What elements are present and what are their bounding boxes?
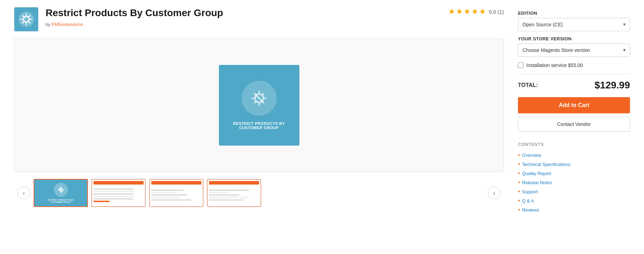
next-arrow[interactable]: › [488, 187, 500, 199]
main-image-inner: Restrict Products By Customer Group [219, 65, 299, 146]
list-item-reviews: Reviews [518, 205, 630, 214]
star-2: ★ [456, 7, 463, 16]
edition-label: Edition [518, 11, 630, 16]
main-gear-circle [242, 81, 277, 116]
star-4: ★ [471, 7, 478, 16]
star-5: ★ [479, 7, 486, 16]
star-3: ★ [464, 7, 471, 16]
product-header: Restrict Products By Customer Group by F… [14, 7, 504, 32]
product-title: Restrict Products By Customer Group [46, 7, 441, 19]
edition-select-wrapper: Open Source (CE) Commerce (EE) ▼ [518, 18, 630, 31]
divider [518, 74, 630, 74]
product-icon [14, 7, 39, 32]
installation-row: Installation service $55.00 [518, 62, 630, 68]
installation-checkbox[interactable] [518, 62, 524, 68]
list-item-support: Support [518, 187, 630, 196]
list-item-qa: Q & A [518, 196, 630, 205]
product-author: by FMEextensions [46, 22, 441, 27]
product-right: Edition Open Source (CE) Commerce (EE) ▼… [518, 7, 630, 214]
qa-link[interactable]: Q & A [522, 198, 534, 203]
add-to-cart-button[interactable]: Add to Cart [518, 97, 630, 113]
author-link[interactable]: FMEextensions [51, 22, 83, 27]
stars: ★ ★ ★ ★ ★ [448, 7, 486, 16]
overview-link[interactable]: Overview [522, 153, 541, 158]
list-item-release-notes: Release Notes [518, 178, 630, 187]
svg-line-3 [256, 95, 263, 102]
store-version-select[interactable]: Choose Magento Store version [518, 44, 630, 57]
list-item-quality-report: Quality Report [518, 169, 630, 178]
product-left: Restrict Products By Customer Group by F… [14, 7, 504, 214]
contents-title: CONTENTS [518, 142, 630, 147]
product-icon-svg [18, 11, 35, 28]
contact-vendor-button[interactable]: Contact Vendor [518, 117, 630, 132]
thumbnail-4[interactable] [207, 179, 261, 207]
thumbnail-3[interactable] [149, 179, 203, 207]
support-link[interactable]: Support [522, 189, 538, 194]
store-version-label: Your store version [518, 36, 630, 41]
total-price: $129.99 [595, 80, 630, 91]
main-image-container: Restrict Products By Customer Group [14, 39, 504, 172]
quality-report-link[interactable]: Quality Report [522, 171, 551, 176]
star-1: ★ [448, 7, 455, 16]
contents-section: CONTENTS Overview Technical Specificatio… [518, 142, 630, 214]
main-image-label: Restrict Products By Customer Group [226, 121, 292, 130]
thumbnail-nav: ‹ RESTRICT PRODUCTS BYCUSTOMER GROUP [14, 179, 504, 207]
reviews-link[interactable]: Reviews [522, 207, 539, 213]
release-notes-link[interactable]: Release Notes [522, 180, 552, 185]
tech-specs-link[interactable]: Technical Specifications [522, 162, 570, 167]
page-wrapper: Restrict Products By Customer Group by F… [0, 0, 644, 221]
rating-score: 5.0 (1) [489, 9, 504, 15]
thumbnail-2[interactable] [91, 179, 146, 207]
list-item-overview: Overview [518, 151, 630, 160]
total-row: TOTAL: $129.99 [518, 80, 630, 91]
rating-area: ★ ★ ★ ★ ★ 5.0 (1) [448, 7, 504, 16]
main-gear-icon [249, 88, 270, 109]
store-version-select-wrapper: Choose Magento Store version ▼ [518, 44, 630, 57]
thumbnail-1[interactable]: RESTRICT PRODUCTS BYCUSTOMER GROUP [34, 179, 88, 207]
product-title-area: Restrict Products By Customer Group by F… [46, 7, 441, 27]
total-label: TOTAL: [518, 82, 538, 88]
thumbnails: RESTRICT PRODUCTS BYCUSTOMER GROUP [34, 179, 484, 207]
installation-label[interactable]: Installation service $55.00 [526, 62, 583, 68]
prev-arrow[interactable]: ‹ [18, 187, 30, 199]
list-item-tech-specs: Technical Specifications [518, 160, 630, 169]
edition-select[interactable]: Open Source (CE) Commerce (EE) [518, 18, 630, 31]
contents-list: Overview Technical Specifications Qualit… [518, 151, 630, 214]
